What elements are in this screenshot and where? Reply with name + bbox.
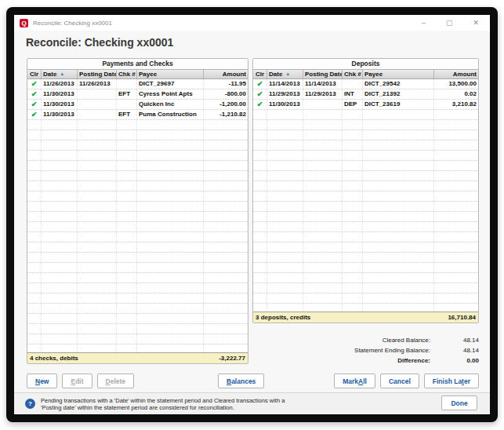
cell-payee: Quicken Inc <box>137 100 204 109</box>
title-bar: Q Reconcile: Checking xx0001 – ▢ ✕ <box>14 15 490 31</box>
cell-chk <box>117 100 137 109</box>
cell-amount: -11.95 <box>204 79 248 89</box>
cell-amount: -800.00 <box>204 89 248 99</box>
cell-payee: DICT_29542 <box>363 79 434 89</box>
column-header-amount[interactable]: Amount <box>204 70 248 78</box>
maximize-icon[interactable]: ▢ <box>446 20 453 27</box>
empty-row <box>253 130 478 140</box>
cell-date: 11/30/2013 <box>42 100 78 109</box>
reconciliation-note: Pending transactions with a 'Date' withi… <box>41 397 285 411</box>
payments-summary-label: 4 checks, debits <box>30 355 78 362</box>
column-header-chk[interactable]: Chk # <box>117 70 137 78</box>
empty-row <box>27 293 248 304</box>
table-row[interactable]: ✔ 11/26/2013 11/26/2013 DICT_29697 -11.9… <box>27 79 248 89</box>
cell-payee: Cyress Point Apts <box>137 89 204 99</box>
sort-ascending-icon: ▲ <box>285 71 290 76</box>
cell-amount: -1,210.82 <box>204 110 248 119</box>
page-title: Reconcile: Checking xx0001 <box>14 31 490 54</box>
cell-posting-date <box>78 110 117 119</box>
payments-panel-title: Payments and Checks <box>27 59 248 69</box>
table-row[interactable]: ✔ 11/30/2013 EFT Cyress Point Apts -800.… <box>27 89 248 100</box>
deposits-summary-amount: 16,710.84 <box>448 314 476 321</box>
reconcile-dialog: Q Reconcile: Checking xx0001 – ▢ ✕ Recon… <box>14 15 490 414</box>
column-header-payee[interactable]: Payee <box>363 70 434 78</box>
close-icon[interactable]: ✕ <box>473 20 479 27</box>
screenshot-frame: Q Reconcile: Checking xx0001 – ▢ ✕ Recon… <box>6 7 498 422</box>
table-row[interactable]: ✔ 11/30/2013 DEP DICT_23619 3,210.82 <box>253 100 478 110</box>
column-header-chk[interactable]: Chk # <box>343 70 363 78</box>
cancel-button[interactable]: Cancel <box>380 374 419 388</box>
empty-row <box>27 140 248 151</box>
table-row[interactable]: ✔ 11/14/2013 11/14/2013 DICT_29542 13,50… <box>253 79 478 89</box>
minimize-icon[interactable]: – <box>422 20 426 27</box>
statement-ending-balance-value: 48.14 <box>430 347 479 354</box>
cell-amount: 13,500.00 <box>434 79 478 89</box>
cleared-check-icon[interactable]: ✔ <box>257 100 263 108</box>
help-icon[interactable]: ? <box>25 399 35 409</box>
cleared-check-icon[interactable]: ✔ <box>31 80 38 88</box>
empty-row <box>253 263 478 273</box>
cell-chk: EFT <box>117 110 137 119</box>
payments-rows: ✔ 11/26/2013 11/26/2013 DICT_29697 -11.9… <box>27 79 248 352</box>
empty-row <box>27 232 248 242</box>
empty-row <box>27 273 248 283</box>
mark-all-button[interactable]: Mark All <box>334 374 375 388</box>
payments-summary-amount: -3,222.77 <box>219 355 245 362</box>
cleared-check-icon[interactable]: ✔ <box>31 90 38 98</box>
cleared-check-icon[interactable]: ✔ <box>257 90 263 98</box>
empty-row <box>27 324 248 334</box>
difference-label: Difference: <box>397 357 430 364</box>
balance-summary: Cleared Balance: 48.14 Statement Ending … <box>283 335 479 366</box>
empty-row <box>253 293 478 304</box>
cell-amount: 3,210.82 <box>434 100 478 109</box>
column-header-date[interactable]: Date▲ <box>267 70 303 78</box>
empty-row <box>253 212 478 222</box>
new-button[interactable]: New <box>27 374 57 388</box>
cell-chk: EFT <box>117 89 137 99</box>
cell-posting-date: 11/29/2013 <box>303 89 343 99</box>
empty-row <box>27 334 248 344</box>
table-row[interactable]: ✔ 11/30/2013 EFT Puma Construction -1,21… <box>27 110 248 120</box>
column-header-amount[interactable]: Amount <box>434 70 478 78</box>
empty-row <box>253 202 478 212</box>
cell-chk <box>117 79 137 89</box>
empty-row <box>27 263 248 273</box>
empty-row <box>253 253 478 263</box>
cell-payee: DICT_21392 <box>363 89 434 99</box>
empty-row <box>27 304 248 314</box>
payments-panel: Payments and Checks Clr Date▲ Posting Da… <box>27 58 248 364</box>
cell-posting-date <box>78 100 117 109</box>
empty-row <box>27 202 248 212</box>
payments-table-header: Clr Date▲ Posting Date Chk # Payee Amoun… <box>27 69 248 79</box>
column-header-posting-date[interactable]: Posting Date <box>78 70 117 78</box>
column-header-date[interactable]: Date▲ <box>42 70 78 78</box>
deposits-panel: Deposits Clr Date▲ Posting Date Chk # Pa… <box>252 58 479 323</box>
empty-row <box>253 283 478 293</box>
deposits-summary-label: 3 deposits, credits <box>256 314 310 321</box>
column-header-clr[interactable]: Clr <box>253 70 267 78</box>
cell-chk: DEP <box>343 100 363 109</box>
cell-posting-date: 11/26/2013 <box>78 79 117 89</box>
table-row[interactable]: ✔ 11/29/2013 11/29/2013 INT DICT_21392 0… <box>253 89 478 100</box>
empty-row <box>27 120 248 130</box>
cleared-check-icon[interactable]: ✔ <box>31 111 38 118</box>
finish-later-button[interactable]: Finish Later <box>424 374 479 388</box>
edit-button[interactable]: Edit <box>62 374 92 388</box>
column-header-posting-date[interactable]: Posting Date <box>303 70 343 78</box>
cell-payee: Puma Construction <box>137 110 204 119</box>
cell-payee: DICT_29697 <box>137 79 204 89</box>
empty-row <box>253 232 478 242</box>
done-button[interactable]: Done <box>441 395 477 410</box>
table-row[interactable]: ✔ 11/30/2013 Quicken Inc -1,200.00 <box>27 100 248 110</box>
column-header-clr[interactable]: Clr <box>27 70 42 78</box>
column-header-payee[interactable]: Payee <box>137 70 204 78</box>
balances-button[interactable]: Balances <box>218 374 264 388</box>
empty-row <box>27 222 248 232</box>
delete-button[interactable]: Delete <box>97 374 135 388</box>
cell-amount: -1,200.00 <box>204 100 248 109</box>
cleared-check-icon[interactable]: ✔ <box>31 100 38 108</box>
cell-posting-date: 11/14/2013 <box>303 79 343 89</box>
empty-row <box>253 304 478 312</box>
cleared-check-icon[interactable]: ✔ <box>257 80 263 88</box>
payments-summary-bar: 4 checks, debits -3,222.77 <box>27 352 248 363</box>
